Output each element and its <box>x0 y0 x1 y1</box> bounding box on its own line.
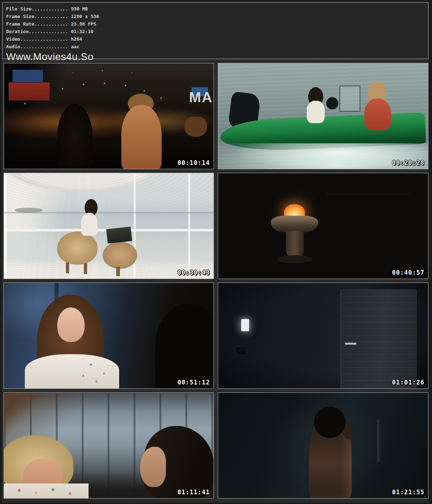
scene-shape-red-dress <box>364 99 391 130</box>
scene-shape-face-right <box>140 447 166 487</box>
media-info-panel: File Size............. 930 MB Frame Size… <box>2 2 428 59</box>
timestamp-label: 00:10:14 <box>177 159 210 166</box>
scene-shape-face <box>57 307 85 342</box>
timestamp-label: 01:01:26 <box>392 379 424 386</box>
timestamp-label: 01:21:55 <box>392 489 424 496</box>
scene-shape-island <box>15 208 43 213</box>
scene-shape-windshield <box>339 86 360 112</box>
scene-shape-light-switch <box>235 346 246 355</box>
thumbnail-green-boat: 00:20:28 <box>218 63 428 169</box>
meta-video-codec: Video................. h264 <box>6 35 424 43</box>
scene-shape-blue-sign <box>13 70 43 82</box>
scene-shape-door <box>341 289 417 389</box>
screenshot-grid: MA 00:10:14 00:20:28 00:30:43 00:40:57 <box>4 63 428 499</box>
scene-shape-chair-leg <box>84 263 87 274</box>
meta-audio-codec: Audio................. aac <box>6 43 424 50</box>
timestamp-label: 00:20:28 <box>392 159 424 166</box>
scene-shape-white-blouse <box>25 354 119 389</box>
scene-shape-wicker-chair <box>57 231 98 265</box>
thumbnail-woman-blouse: 00:51:12 <box>4 283 214 389</box>
meta-duration: Duration.............. 01:32:10 <box>6 28 424 35</box>
scene-shape-bag <box>185 117 207 137</box>
scene-shape-lit-keypad <box>241 319 249 331</box>
thumbnail-balcony-laptop: 00:30:43 <box>4 173 214 279</box>
thumbnail-shower: 01:21:55 <box>218 392 428 499</box>
scene-shape-woman-left <box>57 104 93 169</box>
scene-shape-driver-top <box>307 101 325 123</box>
scene-shape-woman-top <box>81 213 98 236</box>
scene-shape-pedestal <box>286 231 304 258</box>
scene-shape-fire-bowl <box>271 216 318 232</box>
scene-shape-pergola-beam <box>326 193 410 195</box>
timestamp-label: 00:40:57 <box>392 269 424 276</box>
meta-frame-size: Frame Size............ 1280 x 536 <box>6 13 424 20</box>
timestamp-label: 00:30:43 <box>177 269 210 276</box>
thumbnail-courtyard-fire: 00:40:57 <box>218 173 428 279</box>
photo-text-ma: MA <box>189 89 213 105</box>
thumbnail-night-market: MA 00:10:14 <box>4 63 214 169</box>
scene-shape-wicker-table <box>103 242 137 269</box>
meta-frame-rate: Frame Rate............ 23.98 FPS <box>6 20 424 28</box>
timestamp-label: 00:51:12 <box>177 379 210 386</box>
scene-shape-pedestal-base <box>277 255 312 263</box>
scene-shape-table-leg <box>116 267 120 276</box>
scene-shape-door-handle <box>345 343 356 345</box>
scene-shape-silhouette-right <box>155 304 214 389</box>
scene-shape-wet-hair <box>314 406 346 438</box>
scene-shape-laptop <box>106 227 132 244</box>
scene-shape-floral-shirt <box>4 483 89 499</box>
thumbnail-dark-room-door: 01:01:26 <box>218 283 428 389</box>
scene-shape-wheel <box>326 97 338 109</box>
scene-shape-chair-leg <box>66 262 69 273</box>
scene-shape-woman-right <box>121 105 162 169</box>
scene-shape-red-banner <box>9 82 50 100</box>
timestamp-label: 01:11:41 <box>177 489 210 496</box>
meta-file-size: File Size............. 930 MB <box>6 5 424 13</box>
scene-shape-shower-bar <box>377 419 381 462</box>
site-watermark: Www.Movies4u.So <box>6 51 424 62</box>
thumbnail-two-men: 01:11:41 <box>4 392 214 499</box>
